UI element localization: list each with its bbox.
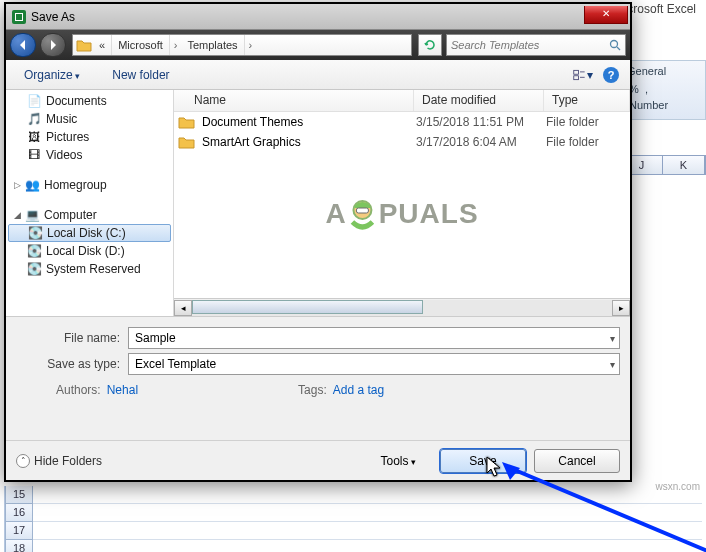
save-button[interactable]: Save: [440, 449, 526, 473]
search-input[interactable]: Search Templates: [446, 34, 626, 56]
row-header[interactable]: 17: [5, 522, 33, 540]
folder-icon: [178, 114, 196, 130]
svg-rect-7: [357, 208, 369, 213]
tree-system-reserved[interactable]: 💽System Reserved: [6, 260, 173, 278]
ribbon-number-label: Number: [621, 97, 705, 113]
file-name: SmartArt Graphics: [202, 135, 416, 149]
col-date[interactable]: Date modified: [414, 90, 544, 111]
col-type[interactable]: Type: [544, 90, 630, 111]
chevron-icon[interactable]: [245, 39, 257, 51]
breadcrumb[interactable]: « Microsoft Templates: [72, 34, 412, 56]
music-icon: 🎵: [26, 111, 42, 127]
ribbon-group-general: General: [621, 61, 705, 81]
documents-icon: 📄: [26, 93, 42, 109]
new-folder-button[interactable]: New folder: [102, 64, 179, 86]
refresh-button[interactable]: [418, 34, 442, 56]
row-header[interactable]: 15: [5, 486, 33, 504]
breadcrumb-overflow[interactable]: «: [93, 35, 112, 55]
column-headers[interactable]: J K: [620, 155, 706, 175]
file-name: Document Themes: [202, 115, 416, 129]
col-name[interactable]: Name: [174, 90, 414, 111]
file-list[interactable]: Document Themes 3/15/2018 11:51 PM File …: [174, 112, 630, 298]
search-placeholder: Search Templates: [451, 39, 539, 51]
file-type: File folder: [546, 135, 599, 149]
excel-ribbon-fragment: General % , Number: [620, 60, 706, 120]
save-form: File name: Sample Save as type: Excel Te…: [6, 316, 630, 440]
svg-rect-2: [574, 70, 579, 74]
navigation-tree[interactable]: 📄Documents 🎵Music 🖼Pictures 🎞Videos ▷👥Ho…: [6, 90, 174, 316]
dialog-title: Save As: [31, 10, 75, 24]
scroll-thumb[interactable]: [192, 300, 423, 314]
drive-icon: 💽: [26, 261, 42, 277]
filename-label: File name:: [16, 331, 128, 345]
tree-local-disk-d[interactable]: 💽Local Disk (D:): [6, 242, 173, 260]
cancel-button[interactable]: Cancel: [534, 449, 620, 473]
excel-icon: [12, 10, 26, 24]
navigation-bar: « Microsoft Templates Search Templates: [6, 30, 630, 60]
tree-music[interactable]: 🎵Music: [6, 110, 173, 128]
tags-label: Tags:: [298, 383, 327, 397]
back-button[interactable]: [10, 33, 36, 57]
tree-pictures[interactable]: 🖼Pictures: [6, 128, 173, 146]
authors-value[interactable]: Nehal: [107, 383, 138, 397]
file-date: 3/17/2018 6:04 AM: [416, 135, 546, 149]
scroll-track[interactable]: [192, 300, 612, 316]
svg-point-6: [354, 201, 372, 219]
save-as-dialog: Save As ✕ « Microsoft Templates Search T…: [4, 2, 632, 482]
homegroup-icon: 👥: [24, 177, 40, 193]
file-type: File folder: [546, 115, 599, 129]
file-list-area: Name Date modified Type Document Themes …: [174, 90, 630, 316]
saveastype-label: Save as type:: [16, 357, 128, 371]
command-bar: Organize New folder ▾ ?: [6, 60, 630, 90]
search-icon: [609, 39, 621, 51]
tree-computer[interactable]: ◢💻Computer: [6, 206, 173, 224]
drive-icon: 💽: [27, 225, 43, 241]
organize-button[interactable]: Organize: [14, 64, 90, 86]
close-button[interactable]: ✕: [584, 6, 628, 24]
comma-btn[interactable]: ,: [645, 83, 648, 95]
pictures-icon: 🖼: [26, 129, 42, 145]
breadcrumb-microsoft[interactable]: Microsoft: [112, 35, 170, 55]
svg-rect-3: [574, 75, 579, 79]
drive-icon: 💽: [26, 243, 42, 259]
authors-label: Authors:: [56, 383, 101, 397]
titlebar[interactable]: Save As ✕: [6, 4, 630, 30]
row-header[interactable]: 18: [5, 540, 33, 552]
tags-value[interactable]: Add a tag: [333, 383, 384, 397]
excel-row-strip: 15 16 17 18: [4, 486, 702, 552]
view-options-button[interactable]: ▾: [572, 65, 594, 85]
tree-local-disk-c[interactable]: 💽Local Disk (C:): [8, 224, 171, 242]
scroll-left-button[interactable]: ◂: [174, 300, 192, 316]
scroll-right-button[interactable]: ▸: [612, 300, 630, 316]
tree-homegroup[interactable]: ▷👥Homegroup: [6, 176, 173, 194]
tools-menu[interactable]: Tools: [380, 454, 416, 468]
row-header[interactable]: 16: [5, 504, 33, 522]
hide-folders-button[interactable]: ˄ Hide Folders: [16, 454, 102, 468]
chevron-up-icon: ˄: [16, 454, 30, 468]
svg-line-1: [617, 47, 620, 50]
source-watermark: wsxn.com: [656, 481, 700, 492]
col-header-k[interactable]: K: [663, 156, 705, 174]
file-date: 3/15/2018 11:51 PM: [416, 115, 546, 129]
horizontal-scrollbar[interactable]: ◂ ▸: [174, 298, 630, 316]
tree-videos[interactable]: 🎞Videos: [6, 146, 173, 164]
column-header-row[interactable]: Name Date modified Type: [174, 90, 630, 112]
folder-icon: [178, 134, 196, 150]
svg-point-0: [611, 41, 618, 48]
chevron-icon[interactable]: [170, 39, 182, 51]
folder-icon: [75, 36, 93, 54]
filename-input[interactable]: Sample: [128, 327, 620, 349]
list-item[interactable]: SmartArt Graphics 3/17/2018 6:04 AM File…: [174, 132, 630, 152]
computer-icon: 💻: [24, 207, 40, 223]
tree-documents[interactable]: 📄Documents: [6, 92, 173, 110]
list-item[interactable]: Document Themes 3/15/2018 11:51 PM File …: [174, 112, 630, 132]
forward-button[interactable]: [40, 33, 66, 57]
appuals-watermark: A PUALS: [325, 194, 478, 234]
videos-icon: 🎞: [26, 147, 42, 163]
breadcrumb-templates[interactable]: Templates: [181, 35, 244, 55]
help-button[interactable]: ?: [600, 65, 622, 85]
saveastype-select[interactable]: Excel Template: [128, 353, 620, 375]
dialog-footer: ˄ Hide Folders Tools Save Cancel: [6, 440, 630, 480]
